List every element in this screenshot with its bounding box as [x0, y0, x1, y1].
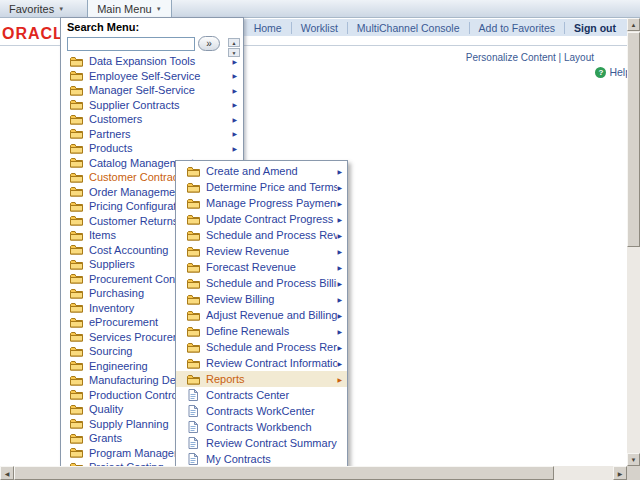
- folder-icon: [69, 346, 83, 357]
- favorites-menu-button[interactable]: Favorites ▼: [0, 0, 73, 17]
- submenu-item-label: Review Contract Information: [206, 357, 337, 369]
- submenu-item-label: Contracts Workbench: [206, 421, 342, 433]
- submenu-folder-item[interactable]: Determine Price and Terms ▶: [176, 179, 347, 195]
- folder-icon: [69, 433, 83, 444]
- submenu-item-label: Schedule and Process Revenue: [206, 229, 337, 241]
- chevron-right-icon: ▶: [337, 360, 342, 367]
- submenu-folder-item[interactable]: Update Contract Progress ▶: [176, 211, 347, 227]
- folder-icon: [69, 114, 83, 125]
- submenu-page-item[interactable]: Review Contract Summary: [176, 435, 347, 451]
- submenu-folder-item[interactable]: Manage Progress Payments ▶: [176, 195, 347, 211]
- menu-item[interactable]: Supplier Contracts ▶: [61, 98, 243, 113]
- menu-item[interactable]: Partners ▶: [61, 127, 243, 142]
- menu-search-go-button[interactable]: »: [198, 36, 220, 51]
- submenu-page-item[interactable]: Contracts WorkCenter: [176, 403, 347, 419]
- sign-out-link[interactable]: Sign out: [565, 22, 623, 34]
- scroll-up-arrow[interactable]: ▲: [627, 18, 640, 31]
- submenu-page-item[interactable]: Contracts Center: [176, 387, 347, 403]
- folder-icon: [69, 99, 83, 110]
- folder-icon: [186, 246, 200, 257]
- folder-icon: [69, 186, 83, 197]
- chevron-right-icon: ▶: [337, 344, 342, 351]
- scroll-right-arrow[interactable]: ▶: [613, 466, 627, 480]
- horizontal-scroll-thumb[interactable]: [14, 466, 554, 480]
- folder-icon: [186, 166, 200, 177]
- menu-item[interactable]: Customers ▶: [61, 112, 243, 127]
- nav-links: HomeWorklistMultiChannel ConsoleAdd to F…: [245, 22, 565, 34]
- submenu-page-list: Contracts Center Contracts WorkCenter: [176, 387, 347, 467]
- submenu-folder-item[interactable]: Schedule and Process Revenue ▶: [176, 227, 347, 243]
- submenu-page-item[interactable]: Contracts Workbench: [176, 419, 347, 435]
- chevron-right-icon: ▶: [337, 376, 342, 383]
- application-window: Favorites ▼ Main Menu ▼ ORACLE HomeWorkl…: [0, 0, 640, 480]
- folder-icon: [69, 244, 83, 255]
- document-icon: [186, 453, 200, 465]
- menu-item[interactable]: Data Expansion Tools ▶: [61, 54, 243, 69]
- menu-item-label: Supplier Contracts: [89, 99, 232, 111]
- customer-contracts-submenu: Create and Amend ▶ Determine Price and T…: [175, 160, 348, 467]
- submenu-item-label: My Contracts: [206, 453, 342, 465]
- submenu-folder-item[interactable]: Review Contract Information ▶: [176, 355, 347, 371]
- horizontal-scrollbar[interactable]: ◀ ▶: [0, 466, 627, 480]
- menu-search-input[interactable]: [67, 37, 195, 51]
- folder-icon: [69, 447, 83, 458]
- menu-item-label: Customers: [89, 113, 232, 125]
- nav-link[interactable]: Worklist: [292, 22, 348, 34]
- submenu-folder-item[interactable]: Define Renewals ▶: [176, 323, 347, 339]
- nav-link[interactable]: Add to Favorites: [470, 22, 565, 34]
- submenu-folder-item[interactable]: Review Billing ▶: [176, 291, 347, 307]
- nav-link[interactable]: MultiChannel Console: [348, 22, 470, 34]
- folder-icon: [186, 230, 200, 241]
- submenu-item-label: Schedule and Process Billing: [206, 277, 337, 289]
- folder-icon: [69, 389, 83, 400]
- chevron-right-icon: ▶: [337, 184, 342, 191]
- folder-icon: [186, 358, 200, 369]
- help-link[interactable]: ? Help: [595, 66, 631, 78]
- submenu-item-label: Contracts WorkCenter: [206, 405, 342, 417]
- chevron-right-icon: ▶: [232, 87, 237, 94]
- submenu-folder-item[interactable]: Forecast Revenue ▶: [176, 259, 347, 275]
- chevron-right-icon: ▶: [232, 101, 237, 108]
- chevron-right-icon: ▶: [232, 145, 237, 152]
- folder-icon: [186, 214, 200, 225]
- submenu-folder-item[interactable]: Reports ▶: [176, 371, 347, 387]
- chevron-right-icon: ▶: [337, 168, 342, 175]
- main-menu-button[interactable]: Main Menu ▼: [87, 0, 171, 17]
- submenu-page-item[interactable]: My Contracts: [176, 451, 347, 467]
- submenu-folder-item[interactable]: Create and Amend ▶: [176, 163, 347, 179]
- chevron-right-icon: ▶: [337, 232, 342, 239]
- menu-search-area: Search Menu: »: [61, 18, 243, 51]
- folder-icon: [186, 262, 200, 273]
- submenu-folder-item[interactable]: Review Revenue ▶: [176, 243, 347, 259]
- submenu-folder-item[interactable]: Schedule and Process Renewals ▶: [176, 339, 347, 355]
- personalize-content-layout-link[interactable]: Personalize Content | Layout: [466, 52, 594, 63]
- chevron-right-icon: ▶: [337, 328, 342, 335]
- scroll-left-arrow[interactable]: ◀: [0, 466, 14, 480]
- submenu-item-label: Adjust Revenue and Billing: [206, 309, 337, 321]
- folder-icon: [69, 360, 83, 371]
- folder-icon: [69, 56, 83, 67]
- folder-icon: [186, 198, 200, 209]
- submenu-folder-item[interactable]: Schedule and Process Billing ▶: [176, 275, 347, 291]
- chevron-right-icon: ▶: [337, 312, 342, 319]
- vertical-scrollbar[interactable]: ▲ ▼: [627, 18, 640, 466]
- folder-icon: [69, 302, 83, 313]
- submenu-item-label: Create and Amend: [206, 165, 337, 177]
- submenu-item-label: Forecast Revenue: [206, 261, 337, 273]
- vertical-scroll-thumb[interactable]: [627, 32, 640, 247]
- menu-item[interactable]: Manager Self-Service ▶: [61, 83, 243, 98]
- folder-icon: [69, 375, 83, 386]
- nav-link[interactable]: Home: [245, 22, 292, 34]
- menu-scroll-up-button[interactable]: ▲: [228, 38, 240, 47]
- submenu-item-label: Reports: [206, 373, 337, 385]
- submenu-item-label: Schedule and Process Renewals: [206, 341, 337, 353]
- menu-item[interactable]: Employee Self-Service ▶: [61, 69, 243, 84]
- menu-item[interactable]: Products ▶: [61, 141, 243, 156]
- submenu-folder-item[interactable]: Adjust Revenue and Billing ▶: [176, 307, 347, 323]
- menu-item-label: Manager Self-Service: [89, 84, 232, 96]
- folder-icon: [69, 143, 83, 154]
- folder-icon: [69, 157, 83, 168]
- folder-icon: [69, 128, 83, 139]
- folder-icon: [69, 215, 83, 226]
- scroll-down-arrow[interactable]: ▼: [627, 453, 640, 466]
